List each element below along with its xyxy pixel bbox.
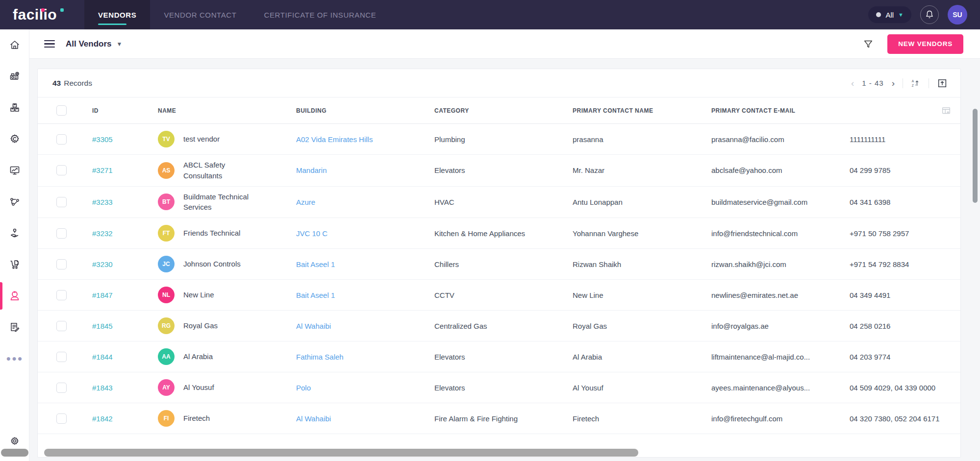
cart-document-icon — [9, 259, 21, 270]
vendor-id-link[interactable]: #3230 — [92, 260, 113, 268]
divider — [903, 78, 903, 88]
building-link[interactable]: JVC 10 C — [296, 229, 327, 238]
category-text: Fire Alarm & Fire Fighting — [434, 414, 518, 423]
home-icon — [9, 39, 21, 51]
building-link[interactable]: Al Wahaibi — [296, 322, 331, 330]
sidebar-item-more[interactable]: ●●● — [0, 343, 29, 374]
building-link[interactable]: Bait Aseel 1 — [296, 291, 335, 299]
sidebar-item-procurement[interactable] — [0, 249, 29, 280]
module-tabs: VENDORS VENDOR CONTACT CERTIFICATE OF IN… — [84, 0, 390, 29]
records-label: Records — [64, 79, 92, 88]
workflow-nodes-icon — [9, 196, 21, 208]
tab-vendors[interactable]: VENDORS — [84, 0, 150, 29]
vendor-id-link[interactable]: #3232 — [92, 229, 113, 238]
tab-certificate-of-insurance[interactable]: CERTIFICATE OF INSURANCE — [251, 0, 390, 29]
header-category[interactable]: CATEGORY — [434, 107, 573, 114]
building-link[interactable]: Mandarin — [296, 166, 327, 174]
vendor-id-link[interactable]: #1843 — [92, 384, 113, 392]
building-link[interactable]: Polo — [296, 384, 311, 392]
building-link[interactable]: Al Wahaibi — [296, 414, 331, 423]
header-primary-contact-email[interactable]: PRIMARY CONTACT E-MAIL — [711, 107, 850, 114]
vendor-id-link[interactable]: #1844 — [92, 353, 113, 361]
row-checkbox[interactable] — [56, 290, 67, 300]
row-checkbox[interactable] — [56, 228, 67, 239]
sidebar-item-finance[interactable] — [0, 61, 29, 92]
page-prev-button[interactable]: ‹ — [851, 78, 854, 88]
vendor-name: Friends Technical — [183, 228, 240, 239]
user-avatar[interactable]: SU — [948, 5, 967, 24]
building-link[interactable]: Azure — [296, 198, 315, 206]
vendor-avatar: TV — [158, 131, 175, 147]
new-vendors-button[interactable]: NEW VENDORS — [887, 34, 963, 54]
header-primary-contact-name[interactable]: PRIMARY CONTACT NAME — [573, 107, 711, 114]
row-checkbox[interactable] — [56, 259, 67, 269]
phone-number: +971 50 758 2957 — [850, 229, 909, 238]
vendor-name: Royal Gas — [183, 320, 218, 331]
filter-icon[interactable] — [863, 39, 874, 49]
row-checkbox[interactable] — [56, 352, 67, 362]
row-checkbox[interactable] — [56, 383, 67, 393]
sidebar-item-settings[interactable] — [0, 436, 29, 447]
sidebar-item-inventory[interactable] — [0, 92, 29, 123]
gear-wrench-icon — [9, 133, 21, 145]
row-checkbox[interactable] — [56, 165, 67, 175]
sidebar-item-vendors[interactable] — [0, 280, 29, 312]
vendor-id-link[interactable]: #3271 — [92, 166, 113, 174]
nav-right-controls: All ▼ SU — [868, 0, 980, 29]
row-checkbox[interactable] — [56, 321, 67, 331]
export-button[interactable] — [937, 78, 948, 89]
row-checkbox[interactable] — [56, 134, 67, 145]
scope-label: All — [885, 11, 894, 19]
vendor-name: Al Yousuf — [183, 382, 214, 393]
records-count: 43 — [52, 79, 61, 88]
vendor-id-link[interactable]: #1845 — [92, 322, 113, 330]
horizontal-scrollbar-thumb[interactable] — [44, 449, 638, 457]
sort-button[interactable]: A Z — [911, 78, 921, 88]
view-chevron-down-icon[interactable]: ▼ — [117, 41, 123, 48]
vendor-id-link[interactable]: #1842 — [92, 414, 113, 423]
table-row: #1845RGRoyal GasAl WahaibiCentralized Ga… — [38, 311, 960, 341]
page-next-button[interactable]: › — [892, 78, 895, 88]
sidebar-item-dashboard[interactable] — [0, 155, 29, 186]
primary-contact-email: buildmateservice@gmail.com — [711, 198, 807, 206]
sidebar-item-services[interactable] — [0, 218, 29, 249]
table-row: #3232FTFriends TechnicalJVC 10 CKitchen … — [38, 218, 960, 249]
svg-text:Z: Z — [912, 83, 914, 87]
sidebar-item-maintenance[interactable] — [0, 123, 29, 155]
primary-contact-email: newlines@emirates.net.ae — [711, 291, 798, 299]
building-link[interactable]: A02 Vida Emirates Hills — [296, 135, 373, 144]
tab-vendor-contact[interactable]: VENDOR CONTACT — [150, 0, 250, 29]
primary-contact-email: ayees.maintenance@alyous... — [711, 384, 810, 392]
vertical-scrollbar-thumb[interactable] — [973, 109, 978, 203]
active-tab-underline — [98, 24, 126, 25]
primary-contact-email: info@friendstechnical.com — [711, 229, 798, 238]
building-link[interactable]: Fathima Saleh — [296, 353, 344, 361]
menu-toggle-button[interactable] — [44, 38, 55, 50]
notifications-button[interactable] — [920, 5, 939, 24]
sidebar-item-workflow[interactable] — [0, 186, 29, 218]
monitor-chart-icon — [9, 165, 21, 176]
view-title[interactable]: All Vendors — [66, 39, 112, 49]
vendor-id-link[interactable]: #3233 — [92, 198, 113, 206]
sort-az-icon: A Z — [911, 78, 921, 88]
phone-number: 04 258 0216 — [850, 322, 890, 330]
vendor-avatar: FT — [158, 225, 175, 242]
header-name[interactable]: NAME — [158, 107, 296, 114]
primary-contact-email: abclsafe@yahoo.com — [711, 166, 782, 174]
vendor-id-link[interactable]: #3305 — [92, 135, 113, 144]
page-horizontal-scrollbar-thumb[interactable] — [1, 449, 28, 457]
vendor-name: ABCL Safety Consultants — [183, 160, 261, 181]
building-link[interactable]: Bait Aseel 1 — [296, 260, 335, 268]
row-checkbox[interactable] — [56, 413, 67, 424]
row-checkbox[interactable] — [56, 197, 67, 207]
sidebar-item-contracts[interactable] — [0, 312, 29, 343]
scope-selector[interactable]: All ▼ — [868, 6, 911, 23]
category-text: Elevators — [434, 384, 465, 392]
sidebar-item-home[interactable] — [0, 29, 29, 61]
vendor-id-link[interactable]: #1847 — [92, 291, 113, 299]
header-building[interactable]: BUILDING — [296, 107, 434, 114]
header-id[interactable]: ID — [92, 107, 158, 114]
logo-teal-dot — [60, 8, 64, 12]
select-all-checkbox[interactable] — [56, 105, 67, 116]
add-column-button[interactable] — [941, 105, 952, 118]
